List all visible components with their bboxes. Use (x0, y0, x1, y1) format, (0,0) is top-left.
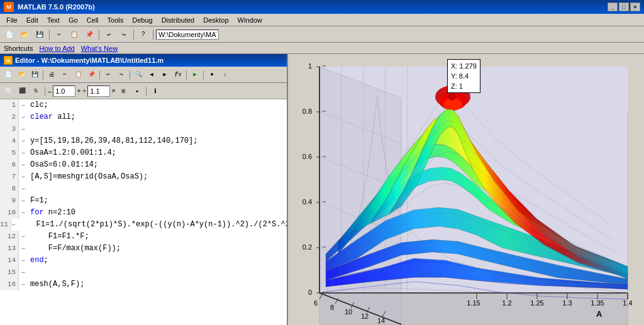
print-button[interactable]: 🖨 (45, 69, 58, 81)
find-button[interactable]: 🔍 (132, 69, 145, 81)
run-button[interactable]: ▶ (189, 69, 201, 81)
main-content: m Editor - W:\Dokumenty\MATLAB\Untitled1… (0, 54, 644, 325)
plot-panel: X: 1.279 Y: 8.4 Z: 1 (288, 54, 644, 325)
editor-toolbar-2: ⬜ ⬛ % – + ÷ × ※ ✦ ℹ (0, 83, 287, 99)
breakpoint-button[interactable]: ● (206, 69, 218, 81)
editor-title-bar: m Editor - W:\Dokumenty\MATLAB\Untitled1… (0, 54, 287, 67)
window-controls[interactable]: _ □ × (608, 3, 640, 11)
editor-title: Editor - W:\Dokumenty\MATLAB\Untitled11.… (15, 57, 164, 64)
new-file-button[interactable]: 📄 (3, 28, 16, 41)
etb-sep-2 (99, 70, 100, 79)
special-btn1[interactable]: ※ (117, 85, 130, 97)
svg-text:~: ~ (322, 198, 326, 206)
svg-text:0: 0 (308, 289, 312, 296)
code-area[interactable]: 1 – clc; 2 – clear all; 3 – 4 – y=[15,19… (0, 99, 287, 325)
svg-text:1.25: 1.25 (530, 299, 543, 307)
window-title: MATLAB 7.5.0 (R2007b) (18, 3, 604, 11)
svg-text:0.2: 0.2 (303, 243, 312, 251)
close-button[interactable]: × (630, 3, 640, 11)
menu-window[interactable]: Window (234, 16, 266, 25)
menu-text[interactable]: Text (43, 16, 64, 25)
svg-text:1.15: 1.15 (467, 299, 480, 307)
svg-text:10: 10 (345, 308, 352, 316)
etb-sep-5 (203, 70, 204, 79)
paste-button[interactable]: 📌 (82, 28, 96, 41)
cut-script-button[interactable]: ✂ (58, 69, 71, 81)
copy-script-button[interactable]: 📋 (72, 69, 84, 81)
plus-label: + (77, 87, 81, 95)
plot-tooltip: X: 1.279 Y: 8.4 Z: 1 (447, 59, 480, 93)
minus-label: – (48, 87, 52, 95)
menu-file[interactable]: File (3, 16, 21, 25)
svg-text:12: 12 (361, 312, 369, 320)
code-line-3: 3 – (0, 123, 287, 135)
value2-input[interactable] (87, 85, 110, 97)
outdent-button[interactable]: ⬛ (16, 85, 28, 97)
tooltip-y: Y: 8.4 (451, 71, 477, 81)
open-script-button[interactable]: 📂 (15, 69, 28, 81)
editor-toolbar-1: 📄 📂 💾 🖨 ✂ 📋 📌 ↩ ↪ 🔍 ◀ ▶ fx ▶ ● ↓ (0, 67, 287, 83)
tooltip-x: X: 1.279 (451, 61, 477, 71)
menu-desktop[interactable]: Desktop (199, 16, 232, 25)
toolbar-separator-1 (49, 30, 50, 40)
menu-tools[interactable]: Tools (104, 16, 128, 25)
undo-button[interactable]: ↩ (102, 28, 116, 41)
forward-button[interactable]: ▶ (158, 69, 171, 81)
svg-point-74 (449, 94, 455, 100)
special-btn2[interactable]: ✦ (131, 85, 143, 97)
matlab-icon: M (4, 2, 14, 12)
menu-edit[interactable]: Edit (23, 16, 42, 25)
code-line-13: 13 – F=F/max(max(F)); (0, 243, 287, 255)
svg-text:0.4: 0.4 (303, 198, 312, 206)
minimize-button[interactable]: _ (608, 3, 618, 11)
cut-button[interactable]: ✂ (52, 28, 66, 41)
menu-go[interactable]: Go (65, 16, 82, 25)
redo-script-button[interactable]: ↪ (115, 69, 128, 81)
step-button[interactable]: ↓ (219, 69, 231, 81)
how-to-add-link[interactable]: How to Add (39, 45, 74, 52)
svg-text:14: 14 (377, 317, 385, 324)
save-button[interactable]: 💾 (33, 28, 47, 41)
code-line-2: 2 – clear all; (0, 111, 287, 123)
svg-text:0.6: 0.6 (303, 153, 312, 160)
new-script-button[interactable]: 📄 (2, 69, 14, 81)
editor-panel: m Editor - W:\Dokumenty\MATLAB\Untitled1… (0, 54, 288, 325)
save-script-button[interactable]: 💾 (28, 69, 41, 81)
redo-button[interactable]: ↪ (117, 28, 131, 41)
tooltip-z: Z: 1 (451, 81, 477, 91)
code-line-10: 10 – for n=2:10 (0, 207, 287, 219)
indent-button[interactable]: ⬜ (2, 85, 14, 97)
comment-button[interactable]: % (30, 85, 42, 97)
etb2-sep-1 (45, 87, 45, 96)
maximize-button[interactable]: □ (619, 3, 629, 11)
times-label: × (111, 87, 116, 95)
copy-button[interactable]: 📋 (67, 28, 81, 41)
fx-button[interactable]: fx (172, 69, 184, 81)
plot-svg: 0 0.2 0.4 0.6 0.8 1 ~ ~ ~ ~ ~ ~ 1.4 1.35 (288, 54, 644, 325)
help-button[interactable]: ? (136, 28, 150, 41)
toolbar-separator-3 (133, 30, 134, 40)
code-line-9: 9 – F=1; (0, 195, 287, 207)
svg-text:~: ~ (322, 243, 326, 251)
code-line-7: 7 – [A,S]=meshgrid(OsaA,OsaS); (0, 171, 287, 183)
svg-text:1.35: 1.35 (591, 299, 604, 307)
code-line-5: 5 – OsaA=1.2:0.001:1.4; (0, 147, 287, 159)
info-button[interactable]: ℹ (149, 85, 162, 97)
undo-script-button[interactable]: ↩ (102, 69, 114, 81)
code-line-8: 8 – (0, 183, 287, 195)
path-input[interactable] (156, 30, 219, 40)
menu-bar: File Edit Text Go Cell Tools Debug Distr… (0, 14, 644, 26)
svg-text:6: 6 (314, 299, 318, 307)
menu-cell[interactable]: Cell (83, 16, 103, 25)
paste-script-button[interactable]: 📌 (85, 69, 97, 81)
title-bar: M MATLAB 7.5.0 (R2007b) _ □ × (0, 0, 644, 14)
whats-new-link[interactable]: What's New (81, 45, 118, 52)
open-button[interactable]: 📂 (18, 28, 31, 41)
code-line-6: 6 – OsaS=6:0.01:14; (0, 159, 287, 171)
back-button[interactable]: ◀ (145, 69, 158, 81)
menu-distributed[interactable]: Distributed (158, 16, 199, 25)
svg-text:~: ~ (322, 62, 326, 70)
main-toolbar: 📄 📂 💾 ✂ 📋 📌 ↩ ↪ ? (0, 26, 644, 43)
value1-input[interactable] (53, 85, 75, 97)
menu-debug[interactable]: Debug (128, 16, 156, 25)
